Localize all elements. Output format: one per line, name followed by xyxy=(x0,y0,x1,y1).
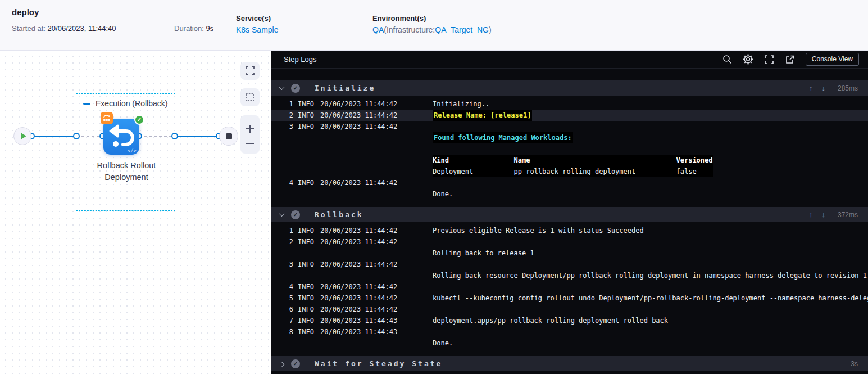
log-message xyxy=(433,143,868,155)
log-row[interactable]: 3INFO20/06/2023 11:44:42 xyxy=(271,259,868,270)
log-timestamp: 20/06/2023 11:44:43 xyxy=(320,315,428,326)
log-row[interactable]: 4INFO20/06/2023 11:44:42 xyxy=(271,281,868,292)
rollback-step-node[interactable]: </> ✓ xyxy=(103,119,139,155)
log-row[interactable]: 6INFO20/06/2023 11:44:42 xyxy=(271,304,868,315)
infrastructure-link[interactable]: QA_Target_NG xyxy=(435,25,489,34)
environments-label: Environment(s) xyxy=(372,14,492,22)
log-timestamp xyxy=(320,143,428,155)
log-row[interactable]: Kind Name Versioned xyxy=(271,155,868,166)
log-line-number: 2 xyxy=(288,110,293,121)
log-row[interactable]: 8INFO20/06/2023 11:44:43 xyxy=(271,326,868,337)
log-message: Rolling back to release 1 xyxy=(433,247,868,259)
step-label[interactable]: Rollback Rollout Deployment xyxy=(65,160,188,183)
scroll-up-icon[interactable]: ↑ xyxy=(809,84,813,92)
log-level: INFO xyxy=(298,236,316,247)
zoom-in-icon[interactable] xyxy=(245,124,255,134)
chevron-right-icon[interactable] xyxy=(278,360,285,368)
log-level xyxy=(298,166,316,177)
log-sections: ✓Initialize↑↓285ms1INFO20/06/2023 11:44:… xyxy=(271,69,868,371)
end-node[interactable] xyxy=(219,127,238,146)
chevron-down-icon[interactable] xyxy=(278,211,285,219)
execution-group-label-row[interactable]: Execution (Rollback) xyxy=(83,99,167,108)
log-message xyxy=(433,326,868,337)
fullscreen-icon xyxy=(245,66,255,76)
log-section-header[interactable]: ✓Initialize↑↓285ms xyxy=(271,80,868,96)
canvas-zoom-control[interactable] xyxy=(240,115,260,154)
rollout-badge-icon xyxy=(101,112,113,124)
section-duration: 3s xyxy=(834,360,858,368)
open-in-new-icon[interactable] xyxy=(785,55,795,65)
chevron-down-icon[interactable] xyxy=(278,84,285,92)
execution-group-box[interactable]: Execution (Rollback) </> xyxy=(76,93,175,211)
log-row[interactable]: Deployment pp-rollback-rolling-deploymen… xyxy=(271,166,868,177)
duration: Duration: 9s xyxy=(174,24,213,33)
log-level: INFO xyxy=(298,315,316,326)
log-row[interactable]: 3INFO20/06/2023 11:44:42 xyxy=(271,121,868,132)
log-section-title: Rollback xyxy=(315,210,363,219)
console-fullscreen-icon[interactable] xyxy=(764,55,774,65)
execution-header: deploy Started at: 20/06/2023, 11:44:40 … xyxy=(0,0,868,51)
log-section-rows: 1INFO20/06/2023 11:44:42Previous eligibl… xyxy=(271,222,868,352)
gear-icon[interactable] xyxy=(743,54,753,65)
log-row[interactable]: Done. xyxy=(271,188,868,200)
search-icon[interactable] xyxy=(722,55,732,64)
zoom-out-icon[interactable] xyxy=(245,141,255,146)
scroll-down-icon[interactable]: ↓ xyxy=(822,210,826,219)
log-message xyxy=(433,121,868,132)
log-timestamp: 20/06/2023 11:44:42 xyxy=(320,121,428,132)
log-row[interactable]: 2INFO20/06/2023 11:44:42Release Name: [r… xyxy=(271,110,868,121)
log-message: Deployment pp-rollback-rolling-deploymen… xyxy=(433,166,868,177)
log-section-header[interactable]: ✓Rollback↑↓372ms xyxy=(271,207,868,222)
log-line-number xyxy=(288,132,293,143)
header-divider xyxy=(224,9,224,42)
log-timestamp: 20/06/2023 11:44:42 xyxy=(320,281,428,292)
log-section-title: Initialize xyxy=(315,84,375,92)
scroll-down-icon[interactable]: ↓ xyxy=(822,84,826,92)
log-row[interactable]: Rolling back to release 1 xyxy=(271,247,868,259)
log-line-number xyxy=(288,247,293,259)
environments-block: Environment(s) QA(Infrastructure:QA_Targ… xyxy=(372,14,492,34)
log-section-controls: ↑↓372ms xyxy=(809,210,858,219)
scroll-up-icon[interactable]: ↑ xyxy=(809,210,813,219)
console-view-button[interactable]: Console View xyxy=(806,53,859,66)
log-level xyxy=(298,132,316,143)
pipeline-graph[interactable]: Execution (Rollback) </> xyxy=(0,51,271,374)
log-row[interactable]: Found following Managed Workloads: xyxy=(271,132,868,143)
canvas-fullscreen-button[interactable] xyxy=(240,62,260,80)
log-row[interactable] xyxy=(271,143,868,155)
log-row[interactable]: 7INFO20/06/2023 11:44:43deployment.apps/… xyxy=(271,315,868,326)
start-node[interactable] xyxy=(13,127,31,145)
log-timestamp: 20/06/2023 11:44:42 xyxy=(320,292,428,304)
log-row[interactable]: Rolling back resource Deployment/pp-roll… xyxy=(271,270,868,281)
log-row[interactable]: 1INFO20/06/2023 11:44:42Previous eligibl… xyxy=(271,225,868,236)
log-row[interactable]: Done. xyxy=(271,337,868,349)
log-message: Done. xyxy=(433,337,868,349)
log-level: INFO xyxy=(298,177,316,188)
log-message: Previous eligible Release is 1 with stat… xyxy=(433,225,868,236)
log-line-number xyxy=(288,143,293,155)
log-row[interactable]: 1INFO20/06/2023 11:44:42Initializing.. xyxy=(271,98,868,110)
log-timestamp xyxy=(320,155,428,166)
collapse-group-icon[interactable] xyxy=(83,103,90,105)
log-row[interactable]: 5INFO20/06/2023 11:44:42kubectl --kubeco… xyxy=(271,292,868,304)
started-at-label: Started at: xyxy=(12,24,46,33)
log-section-header[interactable]: ✓Wait for Steady State3s xyxy=(271,356,868,371)
log-timestamp xyxy=(320,188,428,200)
log-line-number: 6 xyxy=(288,304,293,315)
environment-infra-label: (Infrastructure: xyxy=(384,25,435,34)
log-row[interactable]: 4INFO20/06/2023 11:44:42 xyxy=(271,177,868,188)
log-level: INFO xyxy=(298,110,316,121)
log-message: Kind Name Versioned xyxy=(433,155,868,166)
log-message: Release Name: [release1] xyxy=(433,110,868,121)
console-actions: Console View xyxy=(722,53,859,66)
log-row[interactable]: 2INFO20/06/2023 11:44:42 xyxy=(271,236,868,247)
environment-close-paren: ) xyxy=(489,25,492,34)
log-level: INFO xyxy=(298,98,316,110)
log-line-number: 1 xyxy=(288,98,293,110)
environment-link[interactable]: QA xyxy=(372,25,384,34)
log-message xyxy=(433,259,868,270)
service-link[interactable]: K8s Sample xyxy=(236,25,278,34)
canvas-select-button[interactable] xyxy=(240,88,260,106)
step-logs-panel: Step Logs xyxy=(271,51,868,374)
console-title: Step Logs xyxy=(284,55,317,64)
